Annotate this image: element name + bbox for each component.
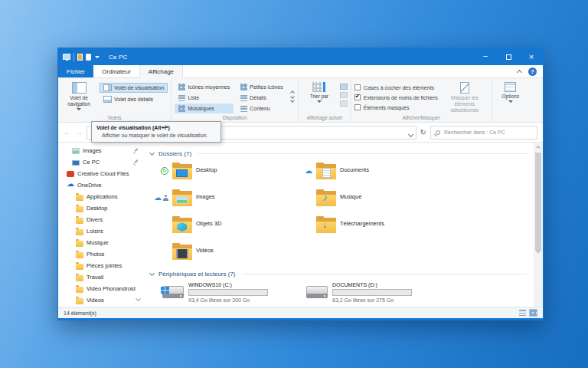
view-list-button[interactable]: Liste — [175, 93, 234, 103]
sort-by-button[interactable]: Trier par — [302, 80, 337, 114]
drive-icon — [162, 284, 184, 300]
folder-name: Objets 3D — [196, 216, 221, 227]
sidebar-item-desktop[interactable]: Desktop — [58, 202, 142, 214]
folder-icon — [172, 163, 192, 179]
sidebar-item-divers[interactable]: Divers — [58, 214, 142, 225]
collapse-group-icon[interactable] — [149, 270, 155, 275]
folder-icon: ↓ — [316, 216, 336, 233]
view-tiles-button[interactable]: Mosaïques — [175, 104, 234, 113]
checkbox-icon[interactable]: ✔ — [354, 104, 361, 110]
chevron-down-icon — [317, 100, 322, 103]
options-button[interactable]: Options — [495, 80, 526, 120]
sidebar-item-loisirs[interactable]: Loisirs — [58, 225, 142, 237]
collapse-ribbon-icon[interactable] — [517, 70, 522, 75]
sidebar-item-creative-cloud[interactable]: Creative Cloud Files — [58, 168, 142, 179]
properties-icon[interactable] — [77, 54, 83, 61]
checkbox-item-checkboxes[interactable]: ✔ Cases à cocher des éléments — [354, 84, 438, 91]
sidebar-item-travail[interactable]: Travail — [58, 271, 142, 283]
folder-tile-objets-3d[interactable]: Objets 3D — [150, 215, 294, 242]
sort-by-icon — [312, 82, 322, 92]
collapse-group-icon[interactable] — [149, 150, 155, 155]
checkbox-icon[interactable]: ✔ — [354, 84, 361, 90]
folder-tile-desktop[interactable]: ↻ Desktop — [150, 161, 294, 188]
hide-selected-button[interactable]: Masquer les éléments sélectionnés — [441, 80, 488, 114]
sidebar-scroll-down-icon[interactable] — [136, 290, 140, 304]
drives-grid: WINDOWS10 (C:) 93,4 Go libres sur 200 Go… — [150, 282, 532, 303]
ribbon-group-disposition: Icônes moyennes Liste Mosaïques — [171, 78, 297, 122]
back-icon[interactable]: ← — [64, 129, 71, 136]
sidebar-item-video-phonandroid[interactable]: Video Phonandroid — [58, 283, 142, 294]
folder-icon — [76, 287, 83, 293]
minimize-button[interactable]: – — [474, 48, 497, 65]
group-title: Périphériques et lecteurs (7) — [158, 271, 236, 278]
details-pane-button[interactable]: Volet des détails — [100, 94, 168, 104]
tab-affichage[interactable]: Affichage — [139, 65, 183, 78]
sidebar-item-musique[interactable]: Musique — [58, 237, 142, 248]
customize-toolbar-chevron-icon[interactable] — [95, 56, 100, 58]
sidebar-item-photos[interactable]: Photos — [58, 248, 142, 260]
maximize-button[interactable] — [497, 48, 520, 65]
search-input[interactable]: Rechercher dans : Ce PC — [430, 126, 537, 140]
folders-grid: ↻ Desktop ☁ Images Objets 3D — [150, 161, 532, 268]
thumbnail-view-toggle-icon[interactable] — [529, 309, 537, 317]
folder-tile-telechargements[interactable]: ↓ Téléchargements — [294, 215, 438, 242]
chevron-down-icon — [77, 108, 81, 110]
folder-name: Musique — [340, 189, 361, 200]
view-small-icons-button[interactable]: Petites icônes — [237, 82, 287, 92]
refresh-icon[interactable]: ↻ — [420, 128, 426, 136]
checkbox-hidden-items[interactable]: ✔ Éléments masqués — [354, 104, 438, 111]
list-view-icon — [178, 94, 185, 101]
onedrive-icon — [67, 182, 74, 189]
sort-by-label: Trier par — [310, 94, 328, 100]
sidebar-item-ce-pc[interactable]: Ce PC — [58, 156, 142, 168]
group-by-icon[interactable] — [340, 84, 348, 90]
sidebar-item-images[interactable]: Images — [58, 145, 142, 156]
address-dropdown-chevron-icon[interactable] — [409, 126, 413, 140]
folder-tile-musique[interactable]: ♪ Musique — [294, 188, 438, 215]
sidebar-item-videos[interactable]: Videos — [58, 294, 142, 306]
group-header-peripheriques[interactable]: Périphériques et lecteurs (7) — [150, 268, 532, 279]
details-view-toggle-icon[interactable] — [518, 309, 527, 317]
shared-status-icon — [163, 195, 168, 201]
folder-tile-images[interactable]: ☁ Images — [150, 188, 294, 215]
checkbox-icon[interactable]: ✔ — [354, 94, 361, 100]
sidebar-item-onedrive[interactable]: OneDrive — [58, 179, 142, 191]
view-label: Icônes moyennes — [188, 84, 230, 90]
folder-tile-documents[interactable]: ☁ Documents — [294, 161, 438, 188]
scrollbar-thumb[interactable] — [535, 153, 541, 251]
folder-icon — [76, 229, 83, 235]
view-content-button[interactable]: Contenu — [237, 104, 287, 113]
ribbon-extras: ? — [518, 65, 543, 77]
view-details-button[interactable]: Détails — [237, 93, 287, 103]
ribbon-group-options: Options — [492, 78, 529, 122]
view-medium-icons-button[interactable]: Icônes moyennes — [175, 82, 234, 92]
window-controls: – × — [474, 48, 543, 65]
tab-fichier[interactable]: Fichier — [58, 65, 93, 77]
drive-name: DOCUMENTS (D:) — [332, 282, 412, 288]
help-icon[interactable]: ? — [528, 67, 537, 76]
close-button[interactable]: × — [520, 48, 543, 65]
group-label-options — [495, 120, 526, 122]
tab-ordinateur[interactable]: Ordinateur — [93, 65, 139, 77]
tiles-view-icon — [178, 105, 185, 112]
nav-pane-button[interactable]: Volet de navigation — [61, 80, 96, 114]
gallery-more-icon[interactable] — [290, 98, 295, 103]
folder-name: Images — [196, 189, 215, 200]
new-folder-icon[interactable] — [86, 54, 91, 61]
vertical-scrollbar[interactable] — [534, 143, 543, 307]
folder-tile-videos[interactable]: Vidéos — [150, 242, 294, 268]
drive-tile-d[interactable]: DOCUMENTS (D:) 63,2 Go libres sur 275 Go — [294, 282, 438, 303]
ribbon: Volet de navigation Volet de visualisati… — [58, 78, 543, 123]
tooltip-title: Volet de visualisation (Alt+P) — [96, 125, 216, 130]
sidebar-item-pieces-jointes[interactable]: Pièces jointes — [58, 260, 142, 271]
checkbox-file-extensions[interactable]: ✔ Extensions de noms de fichiers — [354, 94, 438, 101]
title-bar: Ce PC – × — [58, 48, 543, 65]
scroll-up-icon[interactable] — [536, 146, 541, 150]
size-columns-icon[interactable] — [340, 100, 348, 107]
sidebar-item-applications[interactable]: Applications — [58, 191, 142, 202]
group-header-dossiers[interactable]: Dossiers (7) — [150, 148, 532, 159]
add-columns-icon[interactable] — [340, 92, 348, 98]
forward-icon[interactable]: → — [75, 129, 83, 136]
drive-tile-c[interactable]: WINDOWS10 (C:) 93,4 Go libres sur 200 Go — [150, 282, 294, 303]
preview-pane-button[interactable]: Volet de visualisation — [100, 83, 168, 93]
